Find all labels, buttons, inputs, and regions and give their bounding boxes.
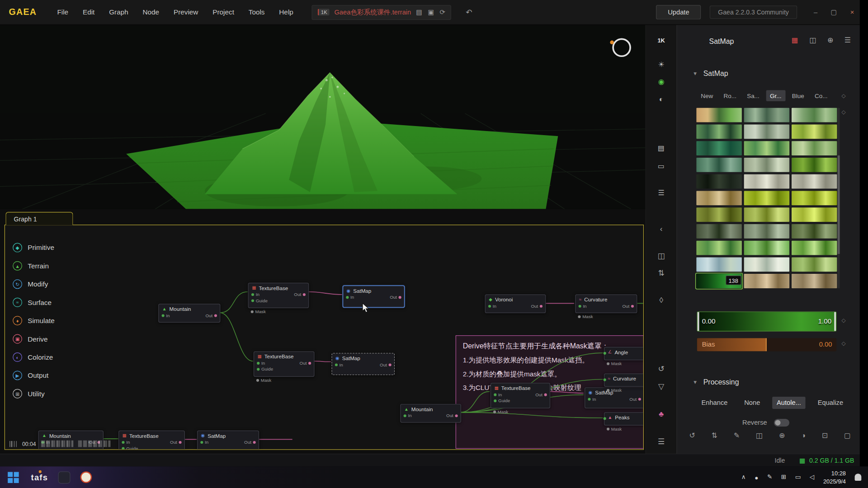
colormap-swatch[interactable]: [792, 125, 837, 139]
output-port[interactable]: Out: [390, 295, 401, 300]
colormap-swatch[interactable]: [792, 141, 837, 155]
build-icon[interactable]: ⟳: [440, 8, 445, 16]
display-icon[interactable]: ▭: [795, 474, 801, 481]
processing-none[interactable]: None: [740, 397, 764, 409]
droplet-icon[interactable]: ◊: [646, 296, 676, 305]
pinned-app-tafs[interactable]: tafs: [31, 473, 48, 482]
pin-object-icon[interactable]: ⊕: [827, 36, 833, 44]
graph-tab[interactable]: Graph 1: [5, 212, 73, 225]
contrast-icon[interactable]: ◐: [646, 95, 676, 103]
node-voronoi[interactable]: ◆VoronoiInOut: [485, 294, 546, 313]
input-port-in[interactable]: In: [200, 440, 208, 445]
volume-icon[interactable]: ◁: [810, 474, 814, 481]
timeline-waveform[interactable]: [78, 441, 110, 447]
colormap-swatch[interactable]: [696, 191, 741, 205]
node-mountain[interactable]: ▲MountainInOut: [158, 304, 220, 323]
mask-port[interactable]: Mask: [251, 309, 266, 314]
colormap-swatch[interactable]: [696, 141, 741, 155]
panel-menu-icon[interactable]: ☰: [844, 36, 851, 44]
node-curvature[interactable]: ≈CurvatureMask: [604, 374, 644, 387]
frame-icon[interactable]: ▭: [646, 162, 676, 170]
timeline-waveform[interactable]: [41, 441, 73, 447]
file-box[interactable]: 1K Gaea色彩系统课件.terrain ▤▣⟳: [311, 5, 451, 19]
taskbar-clock[interactable]: 10:28 2025/9/4: [823, 469, 846, 485]
bias-slider[interactable]: Bias 0.00: [697, 338, 837, 351]
input-port-in[interactable]: In: [494, 392, 510, 397]
node-mountain[interactable]: ▲MountainInOut: [400, 404, 461, 423]
colormap-swatch[interactable]: [792, 158, 837, 172]
menu-graph[interactable]: Graph: [102, 5, 135, 19]
library-tab-ro[interactable]: Ro...: [720, 90, 741, 101]
input-port-guide[interactable]: Guide: [251, 298, 268, 303]
node-curvature[interactable]: ≈CurvatureInOutMask: [575, 294, 637, 313]
colormap-swatch[interactable]: [744, 274, 789, 288]
colormap-swatch[interactable]: [696, 108, 741, 122]
node-texturebase[interactable]: ▦TextureBaseInGuideOutMask: [254, 352, 315, 377]
pin-diamond-icon[interactable]: ◇: [841, 340, 845, 346]
sun-icon[interactable]: ☀: [646, 60, 676, 68]
colormap-range-slider[interactable]: 0.00 1.00: [697, 311, 837, 331]
mask-port[interactable]: Mask: [607, 388, 622, 393]
output-port[interactable]: Out: [629, 397, 641, 402]
mask-port[interactable]: Mask: [607, 361, 622, 366]
input-port-in[interactable]: In: [346, 295, 354, 300]
input-port-guide[interactable]: Guide: [122, 446, 138, 450]
collapse-panel-icon[interactable]: ‹: [646, 224, 676, 233]
close-button[interactable]: ×: [850, 8, 854, 16]
colormap-swatch[interactable]: [696, 174, 741, 189]
anchor-icon[interactable]: ⊕: [779, 431, 785, 439]
colormap-swatch[interactable]: [792, 274, 837, 288]
colormap-swatch[interactable]: [792, 257, 837, 272]
processing-section-header[interactable]: ▾ Processing: [693, 378, 739, 386]
colormap-swatch[interactable]: [744, 108, 789, 122]
snap-icon[interactable]: ⊡: [822, 431, 828, 439]
favorites-grid-icon[interactable]: ▦: [792, 36, 798, 44]
vegetation-icon[interactable]: ♣: [646, 409, 676, 418]
colormap-swatch[interactable]: [744, 241, 789, 255]
hidden-icons-chevron[interactable]: ∧: [741, 474, 746, 481]
menu-node[interactable]: Node: [136, 5, 166, 19]
menu-file[interactable]: File: [50, 5, 75, 19]
colormap-swatch[interactable]: [696, 207, 741, 222]
colormap-swatch[interactable]: [792, 174, 837, 189]
mask-port[interactable]: Mask: [256, 378, 271, 383]
input-port-in[interactable]: In: [335, 362, 343, 367]
alarms-app-icon[interactable]: [80, 471, 92, 483]
minimize-button[interactable]: –: [814, 8, 817, 16]
view-menu-icon[interactable]: ☰: [646, 189, 676, 197]
graph-menu-icon[interactable]: ☰: [646, 437, 676, 446]
history-icon[interactable]: ↺: [689, 431, 695, 439]
pin-diamond-icon[interactable]: ◇: [841, 92, 845, 98]
output-port[interactable]: Out: [622, 304, 634, 309]
output-port[interactable]: Out: [446, 413, 458, 418]
viewport-3d[interactable]: [0, 25, 646, 209]
output-port[interactable]: Out: [170, 440, 182, 445]
library-tab-sa[interactable]: Sa...: [743, 90, 764, 101]
flask-icon[interactable]: ▽: [646, 382, 676, 391]
columns-icon[interactable]: ◫: [756, 431, 763, 439]
pin-diamond-icon[interactable]: ◇: [841, 317, 845, 323]
node-texturebase[interactable]: ▦TextureBaseInGuideOutMask: [248, 283, 309, 308]
colormap-swatch[interactable]: [744, 125, 789, 139]
menu-edit[interactable]: Edit: [75, 5, 102, 19]
mask-port[interactable]: Mask: [607, 427, 622, 432]
input-port-in[interactable]: In: [122, 440, 138, 445]
library-tab-gr[interactable]: Gr...: [766, 90, 786, 101]
colormap-swatch[interactable]: [744, 174, 789, 189]
output-port[interactable]: Out: [531, 304, 542, 309]
input-port[interactable]: [604, 417, 606, 420]
menu-help[interactable]: Help: [272, 5, 300, 19]
panels-icon[interactable]: ▤: [646, 144, 676, 152]
input-port[interactable]: [604, 379, 606, 381]
output-port[interactable]: Out: [294, 292, 306, 297]
output-port[interactable]: Out: [300, 361, 311, 366]
colormap-swatch[interactable]: [744, 257, 789, 272]
widgets-icon[interactable]: ⊞: [781, 474, 786, 481]
node-satmap[interactable]: ◉SatMapInOut: [197, 431, 259, 450]
sort-ports-icon[interactable]: ⇅: [712, 431, 717, 439]
colormap-swatch[interactable]: [744, 158, 789, 172]
colormap-swatch[interactable]: [792, 241, 837, 255]
sort-icon[interactable]: ⇅: [646, 268, 676, 277]
output-port[interactable]: Out: [380, 362, 392, 367]
resolution-1k-badge[interactable]: 1K: [646, 37, 676, 44]
